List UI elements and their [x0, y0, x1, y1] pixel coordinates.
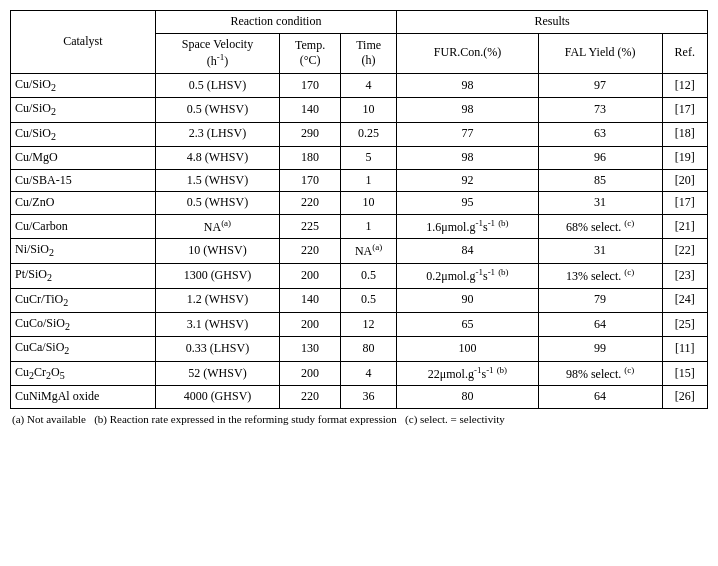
fal-cell: 98% select. (c): [538, 361, 662, 386]
header-group-row: Catalyst Reaction condition Results: [11, 11, 708, 34]
sv-cell: 1.2 (WHSV): [155, 288, 280, 312]
temp-cell: 200: [280, 361, 341, 386]
ref-cell: [26]: [662, 386, 708, 409]
catalyst-cell: Cu2Cr2O5: [11, 361, 156, 386]
temp-cell: 200: [280, 312, 341, 336]
fur-cell: 100: [397, 337, 538, 361]
ref-cell: [23]: [662, 263, 708, 288]
sv-cell: 1300 (GHSV): [155, 263, 280, 288]
space-velocity-header: Space Velocity(h-1): [155, 33, 280, 73]
footnotes: (a) Not available (b) Reaction rate expr…: [10, 413, 708, 425]
catalyst-cell: Cu/SiO2: [11, 122, 156, 146]
table-row: Cu/SiO20.5 (LHSV)17049897[12]: [11, 73, 708, 97]
sv-cell: 0.5 (WHSV): [155, 192, 280, 215]
time-cell: 5: [340, 146, 396, 169]
time-cell: 36: [340, 386, 396, 409]
time-cell: 1: [340, 169, 396, 192]
data-table: Catalyst Reaction condition Results Spac…: [10, 10, 708, 409]
sv-cell: 0.5 (WHSV): [155, 98, 280, 122]
ref-cell: [12]: [662, 73, 708, 97]
fur-cell: 98: [397, 146, 538, 169]
catalyst-cell: CuCo/SiO2: [11, 312, 156, 336]
fal-cell: 64: [538, 312, 662, 336]
fur-cell: 98: [397, 73, 538, 97]
table-row: Cu/SiO20.5 (WHSV)140109873[17]: [11, 98, 708, 122]
table-row: Cu/ZnO0.5 (WHSV)220109531[17]: [11, 192, 708, 215]
results-header: Results: [397, 11, 708, 34]
temp-cell: 290: [280, 122, 341, 146]
catalyst-cell: CuCr/TiO2: [11, 288, 156, 312]
catalyst-cell: Cu/SiO2: [11, 73, 156, 97]
fur-con-header: FUR.Con.(%): [397, 33, 538, 73]
table-row: Cu/SBA-151.5 (WHSV)17019285[20]: [11, 169, 708, 192]
ref-cell: [19]: [662, 146, 708, 169]
fur-cell: 98: [397, 98, 538, 122]
table-row: Cu/CarbonNA(a)22511.6μmol.g-1s-1 (b)68% …: [11, 214, 708, 239]
ref-cell: [18]: [662, 122, 708, 146]
fal-cell: 96: [538, 146, 662, 169]
ref-cell: [20]: [662, 169, 708, 192]
time-cell: 12: [340, 312, 396, 336]
fal-cell: 64: [538, 386, 662, 409]
table-row: Cu/MgO4.8 (WHSV)18059896[19]: [11, 146, 708, 169]
time-cell: 0.25: [340, 122, 396, 146]
sv-cell: 2.3 (LHSV): [155, 122, 280, 146]
temp-cell: 140: [280, 98, 341, 122]
table-row: CuCr/TiO21.2 (WHSV)1400.59079[24]: [11, 288, 708, 312]
sv-cell: 0.33 (LHSV): [155, 337, 280, 361]
catalyst-cell: Cu/ZnO: [11, 192, 156, 215]
time-cell: 10: [340, 98, 396, 122]
fur-cell: 1.6μmol.g-1s-1 (b): [397, 214, 538, 239]
sv-cell: 1.5 (WHSV): [155, 169, 280, 192]
catalyst-cell: Cu/MgO: [11, 146, 156, 169]
ref-header: Ref.: [662, 33, 708, 73]
fal-cell: 13% select. (c): [538, 263, 662, 288]
fur-cell: 84: [397, 239, 538, 264]
ref-cell: [24]: [662, 288, 708, 312]
temp-cell: 200: [280, 263, 341, 288]
time-cell: 4: [340, 73, 396, 97]
sv-cell: 0.5 (LHSV): [155, 73, 280, 97]
fur-cell: 0.2μmol.g-1s-1 (b): [397, 263, 538, 288]
footnote-text: (a) Not available (b) Reaction rate expr…: [12, 413, 505, 425]
reaction-condition-header: Reaction condition: [155, 11, 397, 34]
sv-cell: NA(a): [155, 214, 280, 239]
catalyst-cell: Cu/Carbon: [11, 214, 156, 239]
table-body: Cu/SiO20.5 (LHSV)17049897[12]Cu/SiO20.5 …: [11, 73, 708, 408]
catalyst-cell: Pt/SiO2: [11, 263, 156, 288]
fal-cell: 63: [538, 122, 662, 146]
temp-cell: 170: [280, 73, 341, 97]
sv-cell: 4.8 (WHSV): [155, 146, 280, 169]
table-row: Ni/SiO210 (WHSV)220NA(a)8431[22]: [11, 239, 708, 264]
table-row: Cu/SiO22.3 (LHSV)2900.257763[18]: [11, 122, 708, 146]
fal-cell: 73: [538, 98, 662, 122]
fal-cell: 68% select. (c): [538, 214, 662, 239]
fur-cell: 80: [397, 386, 538, 409]
temp-header: Temp.(°C): [280, 33, 341, 73]
ref-cell: [17]: [662, 192, 708, 215]
time-cell: 80: [340, 337, 396, 361]
ref-cell: [11]: [662, 337, 708, 361]
sv-cell: 52 (WHSV): [155, 361, 280, 386]
temp-cell: 220: [280, 386, 341, 409]
time-cell: 0.5: [340, 288, 396, 312]
ref-cell: [25]: [662, 312, 708, 336]
temp-cell: 225: [280, 214, 341, 239]
catalyst-cell: CuCa/SiO2: [11, 337, 156, 361]
time-cell: 1: [340, 214, 396, 239]
catalyst-cell: Cu/SBA-15: [11, 169, 156, 192]
table-row: Cu2Cr2O552 (WHSV)200422μmol.g-1s-1 (b)98…: [11, 361, 708, 386]
catalyst-header: Catalyst: [11, 11, 156, 74]
temp-cell: 130: [280, 337, 341, 361]
fur-cell: 92: [397, 169, 538, 192]
fal-cell: 99: [538, 337, 662, 361]
catalyst-cell: Cu/SiO2: [11, 98, 156, 122]
time-cell: 10: [340, 192, 396, 215]
ref-cell: [21]: [662, 214, 708, 239]
fur-cell: 22μmol.g-1s-1 (b): [397, 361, 538, 386]
sv-cell: 3.1 (WHSV): [155, 312, 280, 336]
fal-cell: 79: [538, 288, 662, 312]
fal-cell: 85: [538, 169, 662, 192]
table-row: CuCa/SiO20.33 (LHSV)1308010099[11]: [11, 337, 708, 361]
fur-cell: 77: [397, 122, 538, 146]
